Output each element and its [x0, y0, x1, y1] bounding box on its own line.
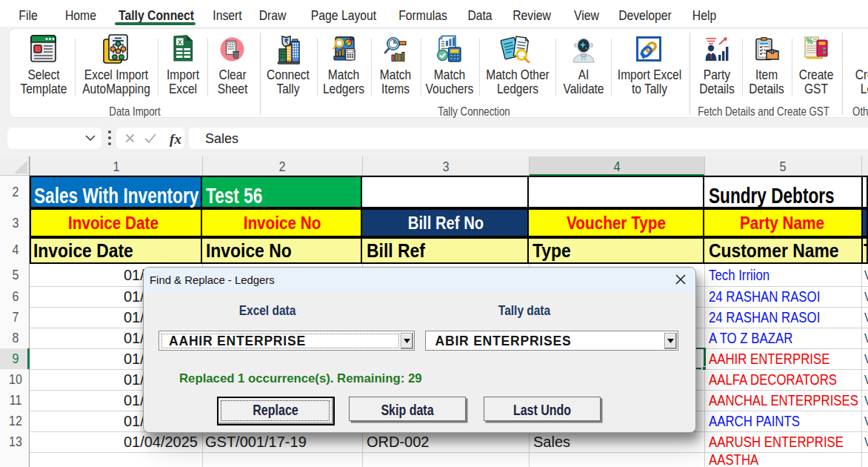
svg-text:₹: ₹	[284, 38, 289, 45]
svg-text:X: X	[178, 39, 182, 46]
svg-text:%: %	[807, 37, 813, 45]
